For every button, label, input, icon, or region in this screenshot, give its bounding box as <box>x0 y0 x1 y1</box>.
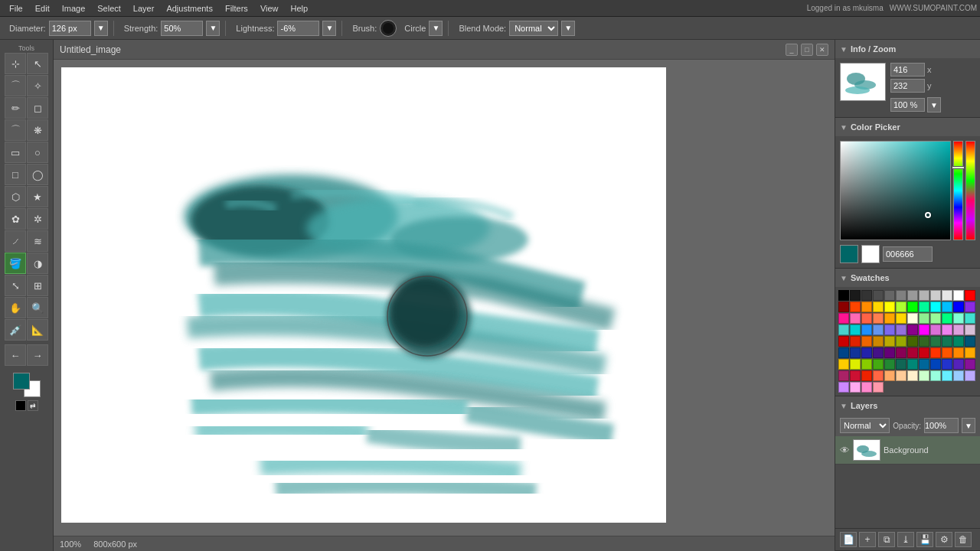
opacity-input[interactable] <box>924 418 959 433</box>
default-colors-btn[interactable] <box>15 400 26 411</box>
menu-adjustments[interactable]: Adjustments <box>160 2 219 15</box>
tool-eyedropper[interactable]: 💉 <box>5 319 26 341</box>
swatch-item[interactable] <box>907 313 918 324</box>
swatch-item[interactable] <box>884 347 895 358</box>
swatch-item[interactable] <box>907 336 918 347</box>
color-saturation-area[interactable] <box>840 141 951 240</box>
swatch-item[interactable] <box>873 370 884 381</box>
brush-dropdown[interactable]: ▼ <box>429 21 443 36</box>
swatch-item[interactable] <box>907 290 918 301</box>
swatch-item[interactable] <box>907 370 918 381</box>
swatch-item[interactable] <box>850 290 861 301</box>
swatch-item[interactable] <box>953 302 964 312</box>
canvas-wrap[interactable] <box>54 60 835 536</box>
tool-gradient-fill[interactable]: ◑ <box>27 253 48 274</box>
menu-file[interactable]: File <box>3 2 29 15</box>
tool-spiral[interactable]: ✿ <box>5 208 26 230</box>
swatch-item[interactable] <box>861 290 872 301</box>
swatch-item[interactable] <box>919 359 929 370</box>
swatch-item[interactable] <box>965 324 975 335</box>
swatch-item[interactable] <box>884 302 895 312</box>
minimize-button[interactable]: _ <box>786 44 798 56</box>
tool-transform[interactable]: ⤡ <box>5 275 26 296</box>
info-zoom-header[interactable]: ▼ Info / Zoom <box>835 40 980 58</box>
swatch-item[interactable] <box>896 370 906 381</box>
drawing-canvas[interactable] <box>61 67 666 523</box>
close-button[interactable]: ✕ <box>816 44 828 56</box>
swatch-item[interactable] <box>907 324 918 335</box>
menu-view[interactable]: View <box>254 2 285 15</box>
menu-edit[interactable]: Edit <box>29 2 56 15</box>
tool-oval-select[interactable]: ○ <box>27 142 48 163</box>
swatch-item[interactable] <box>838 313 849 324</box>
color-picker-header[interactable]: ▼ Color Picker <box>835 118 980 136</box>
lightness-dropdown[interactable]: ▼ <box>322 21 336 36</box>
saturation-bar[interactable] <box>965 141 975 240</box>
tool-complex[interactable]: ✲ <box>27 208 48 230</box>
tool-clone[interactable]: ❋ <box>27 119 48 141</box>
tool-blur[interactable]: ≋ <box>27 230 48 252</box>
new-layer-btn[interactable]: + <box>859 532 876 547</box>
swatch-item[interactable] <box>884 290 895 301</box>
swatch-item[interactable] <box>850 302 861 312</box>
swatch-item[interactable] <box>873 382 884 393</box>
swatch-item[interactable] <box>850 370 861 381</box>
save-layer-btn[interactable]: 💾 <box>916 532 933 547</box>
strength-dropdown[interactable]: ▼ <box>206 21 220 36</box>
tool-ellipse-shape[interactable]: ◯ <box>27 164 48 185</box>
swatch-item[interactable] <box>930 324 941 335</box>
primary-color[interactable] <box>13 373 30 390</box>
swatch-item[interactable] <box>838 336 849 347</box>
tool-line[interactable]: ⟋ <box>5 230 26 252</box>
hue-bar[interactable] <box>953 141 963 240</box>
swatch-item[interactable] <box>953 290 964 301</box>
tool-select-move[interactable]: ↖ <box>27 53 48 74</box>
swatch-item[interactable] <box>861 382 872 393</box>
layer-settings-btn[interactable]: ⚙ <box>936 532 952 547</box>
swatch-item[interactable] <box>896 313 906 324</box>
swatch-item[interactable] <box>838 290 849 301</box>
layers-header[interactable]: ▼ Layers <box>835 396 980 415</box>
swatch-item[interactable] <box>884 359 895 370</box>
swatch-item[interactable] <box>965 302 975 312</box>
layer-background[interactable]: 👁 Background <box>835 436 980 465</box>
menu-help[interactable]: Help <box>285 2 315 15</box>
swatch-item[interactable] <box>942 313 952 324</box>
swatches-header[interactable]: ▼ Swatches <box>835 269 980 287</box>
swatch-item[interactable] <box>907 347 918 358</box>
delete-layer-btn[interactable]: 🗑 <box>955 532 972 547</box>
swatch-item[interactable] <box>850 359 861 370</box>
menu-filters[interactable]: Filters <box>219 2 254 15</box>
swatch-item[interactable] <box>965 290 975 301</box>
tool-polygon[interactable]: ⬡ <box>5 186 26 207</box>
swatch-item[interactable] <box>953 370 964 381</box>
swatch-item[interactable] <box>861 302 872 312</box>
tool-star[interactable]: ★ <box>27 186 48 207</box>
tool-fill[interactable]: 🪣 <box>5 253 26 274</box>
hex-input[interactable] <box>883 246 933 262</box>
swatch-item[interactable] <box>838 302 849 312</box>
swatch-item[interactable] <box>953 347 964 358</box>
tool-redo[interactable]: → <box>27 344 48 366</box>
swatch-item[interactable] <box>896 324 906 335</box>
zoom-dropdown[interactable]: ▼ <box>927 97 941 112</box>
swatch-item[interactable] <box>896 359 906 370</box>
swatch-item[interactable] <box>953 324 964 335</box>
swatch-item[interactable] <box>884 336 895 347</box>
swatch-item[interactable] <box>919 302 929 312</box>
swatch-item[interactable] <box>930 313 941 324</box>
swatch-item[interactable] <box>930 359 941 370</box>
swatch-item[interactable] <box>884 324 895 335</box>
swatch-item[interactable] <box>850 324 861 335</box>
swatch-item[interactable] <box>873 336 884 347</box>
swatch-item[interactable] <box>850 382 861 393</box>
menu-image[interactable]: Image <box>56 2 92 15</box>
swatch-item[interactable] <box>850 336 861 347</box>
swatch-item[interactable] <box>838 370 849 381</box>
tool-undo[interactable]: ← <box>5 344 26 366</box>
swatch-item[interactable] <box>850 347 861 358</box>
swatch-item[interactable] <box>838 382 849 393</box>
swatch-item[interactable] <box>919 347 929 358</box>
swatch-item[interactable] <box>953 313 964 324</box>
swatch-item[interactable] <box>896 347 906 358</box>
